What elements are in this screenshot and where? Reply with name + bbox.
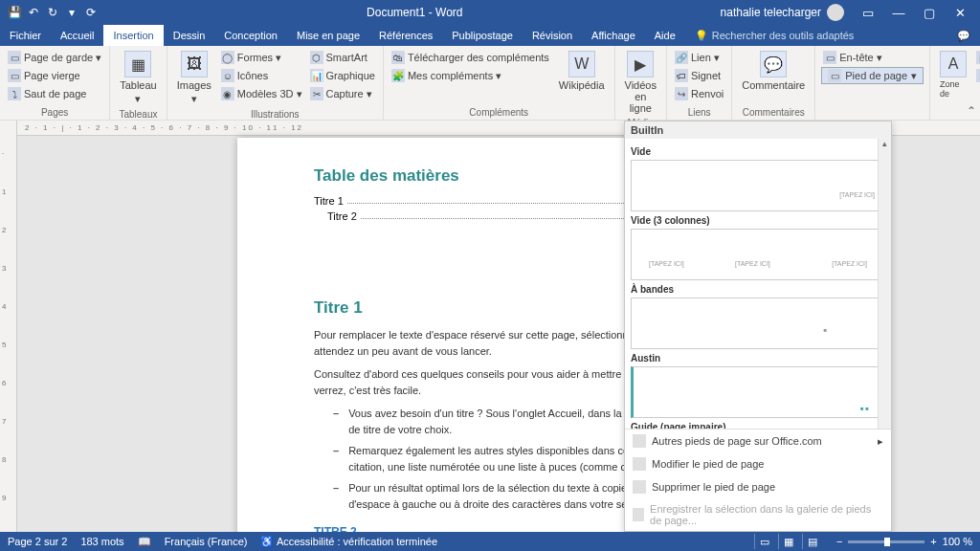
zoom-out-icon[interactable]: − <box>836 536 842 547</box>
close-icon[interactable]: ✕ <box>946 3 974 22</box>
my-addins-button[interactable]: 🧩Mes compléments ▾ <box>390 67 551 84</box>
remove-footer[interactable]: Supprimer le pied de page <box>625 475 891 498</box>
share-icon[interactable]: 💬 <box>947 25 980 46</box>
get-addins-button[interactable]: 🛍Télécharger des compléments <box>390 49 551 66</box>
tab-aide[interactable]: Aide <box>645 25 685 46</box>
link-icon: 🔗 <box>675 51 688 64</box>
redo-icon[interactable]: ↻ <box>44 4 61 21</box>
cube-icon: ◉ <box>221 87 234 100</box>
video-icon: ▶ <box>627 51 654 77</box>
user-name: nathalie telecharger <box>721 6 821 19</box>
titlebar: 💾 ↶ ↻ ▾ ⟳ Document1 - Word nathalie tele… <box>0 0 980 25</box>
store-icon: 🛍 <box>391 51 405 64</box>
zoom-slider[interactable] <box>848 540 924 543</box>
icons-button[interactable]: ☺Icônes <box>219 67 304 84</box>
tab-insertion[interactable]: Insertion <box>103 25 163 46</box>
tab-mise-en-page[interactable]: Mise en page <box>287 25 369 46</box>
document-area[interactable]: 2 · 1 · | · 1 · 2 · 3 · 4 · 5 · 6 · 7 · … <box>17 121 980 532</box>
online-video-button[interactable]: ▶Vidéos en ligne <box>621 49 660 116</box>
zoom-in-icon[interactable]: + <box>930 536 936 547</box>
gallery-item-label: Guide (page impaire) <box>631 422 885 429</box>
tab-accueil[interactable]: Accueil <box>51 25 103 46</box>
textbox-icon: A <box>940 51 967 77</box>
ribbon-tabs: Fichier Accueil Insertion Dessin Concept… <box>0 25 980 46</box>
maximize-icon[interactable]: ▢ <box>915 3 944 22</box>
screenshot-icon: ✂ <box>310 87 323 100</box>
gallery-item-austin[interactable]: ■ ■ <box>631 366 885 418</box>
footer-gallery: BuiltIn Vide [TAPEZ ICI] Vide (3 colonne… <box>624 121 892 532</box>
edit-footer[interactable]: Modifier le pied de page <box>625 452 891 475</box>
textbox-button[interactable]: AZone de <box>936 49 970 100</box>
quickpart-button[interactable]: ▤QuickPart ▾ <box>974 49 980 66</box>
gallery-item-label: À bandes <box>631 284 885 295</box>
gallery-scrollbar[interactable]: ▴▾ <box>878 139 891 429</box>
tab-publipostage[interactable]: Publipostage <box>442 25 523 46</box>
blank-page-button[interactable]: ▭Page vierge <box>6 67 103 84</box>
models3d-button[interactable]: ◉Modèles 3D ▾ <box>219 85 304 102</box>
undo-icon[interactable]: ↶ <box>25 4 42 21</box>
tell-me[interactable]: 💡Rechercher des outils adaptés <box>685 25 864 46</box>
gallery-item-vide[interactable]: [TAPEZ ICI] <box>631 160 885 211</box>
comment-button[interactable]: 💬Commentaire <box>738 49 809 93</box>
qa-sync-icon[interactable]: ⟳ <box>82 4 100 21</box>
word-count[interactable]: 183 mots <box>80 536 123 547</box>
group-illustrations: 🖼Images▾ ◯Formes ▾ ☺Icônes ◉Modèles 3D ▾… <box>167 46 384 120</box>
images-button[interactable]: 🖼Images▾ <box>173 49 215 107</box>
link-button[interactable]: 🔗Lien ▾ <box>673 49 725 66</box>
tab-dessin[interactable]: Dessin <box>164 25 215 46</box>
spellcheck-icon[interactable]: 📖 <box>138 536 151 548</box>
save-icon[interactable]: 💾 <box>6 4 23 21</box>
read-mode-icon[interactable]: ▭ <box>754 534 775 549</box>
smartart-icon: ⬡ <box>310 51 323 64</box>
tab-fichier[interactable]: Fichier <box>0 25 51 46</box>
footer-button[interactable]: ▭Pied de page ▾ <box>821 67 924 84</box>
header-button[interactable]: ▭En-tête ▾ <box>821 49 924 66</box>
gallery-item-vide3[interactable]: [TAPEZ ICI][TAPEZ ICI][TAPEZ ICI] <box>631 229 885 280</box>
tab-conception[interactable]: Conception <box>214 25 287 46</box>
user-area[interactable]: nathalie telecharger <box>721 4 844 21</box>
crossref-button[interactable]: ↪Renvoi <box>673 85 725 102</box>
gallery-scroll: Vide [TAPEZ ICI] Vide (3 colonnes) [TAPE… <box>625 139 891 429</box>
ribbon: ▭Page de garde ▾ ▭Page vierge ⤵Saut de p… <box>0 46 980 121</box>
group-links: 🔗Lien ▾ 🏷Signet ↪Renvoi Liens <box>667 46 732 120</box>
gallery-item-bandes[interactable]: ■ <box>631 298 885 349</box>
collapse-ribbon-icon[interactable]: ⌃ <box>967 104 976 118</box>
icons-icon: ☺ <box>221 69 234 82</box>
document-title: Document1 - Word <box>109 6 721 19</box>
edit-icon <box>633 457 646 471</box>
bookmark-button[interactable]: 🏷Signet <box>673 67 725 84</box>
chart-icon: 📊 <box>310 69 323 82</box>
gallery-item-label: Vide <box>631 146 885 157</box>
scroll-up-icon[interactable]: ▴ <box>882 139 887 148</box>
web-layout-icon[interactable]: ▤ <box>802 534 823 549</box>
cover-page-button[interactable]: ▭Page de garde ▾ <box>6 49 103 66</box>
tab-references[interactable]: Références <box>369 25 442 46</box>
qa-more-icon[interactable]: ▾ <box>63 4 80 21</box>
language[interactable]: Français (France) <box>165 536 248 547</box>
smartart-button[interactable]: ⬡SmartArt <box>308 49 377 66</box>
shapes-icon: ◯ <box>221 51 234 64</box>
ribbon-options-icon[interactable]: ▭ <box>854 3 882 22</box>
shapes-button[interactable]: ◯Formes ▾ <box>219 49 304 66</box>
group-pages: ▭Page de garde ▾ ▭Page vierge ⤵Saut de p… <box>0 46 110 120</box>
wordart-button[interactable]: AWordArt ▾ <box>974 67 980 84</box>
zoom-level[interactable]: 100 % <box>943 536 972 547</box>
wordart-icon: A <box>976 69 980 82</box>
page-break-button[interactable]: ⤵Saut de page <box>6 85 103 102</box>
tab-affichage[interactable]: Affichage <box>582 25 645 46</box>
quick-access: 💾 ↶ ↻ ▾ ⟳ <box>6 4 109 21</box>
print-layout-icon[interactable]: ▦ <box>778 534 799 549</box>
tab-revision[interactable]: Révision <box>523 25 582 46</box>
accessibility[interactable]: ♿ Accessibilité : vérification terminée <box>260 536 437 548</box>
avatar[interactable] <box>827 4 844 21</box>
gallery-item-label: Vide (3 colonnes) <box>631 215 885 226</box>
table-button[interactable]: ▦Tableau▾ <box>116 49 161 107</box>
vertical-ruler: ·123456789 <box>0 121 17 532</box>
wikipedia-button[interactable]: WWikipédia <box>555 49 609 93</box>
chart-button[interactable]: 📊Graphique <box>308 67 377 84</box>
minimize-icon[interactable]: ― <box>884 3 913 22</box>
screenshot-button[interactable]: ✂Capture ▾ <box>308 85 377 102</box>
more-footers-online[interactable]: Autres pieds de page sur Office.com▸ <box>625 430 891 452</box>
image-icon: 🖼 <box>181 51 208 77</box>
page-count[interactable]: Page 2 sur 2 <box>8 536 67 547</box>
